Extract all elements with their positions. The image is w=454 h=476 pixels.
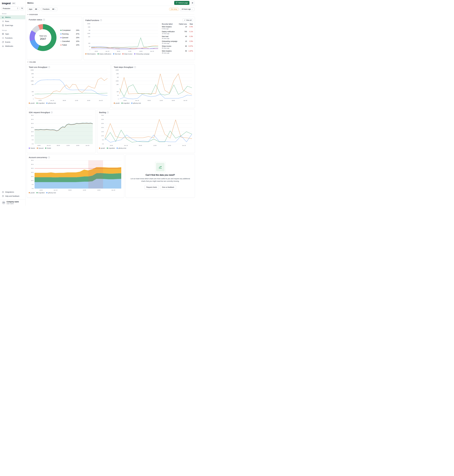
legend-item: inngestbot [37, 102, 45, 104]
svg-text:10K: 10K [116, 84, 119, 85]
legend-item: Queued [37, 147, 43, 149]
inngest-logo[interactable]: inngest [2, 2, 11, 5]
feedback-title: Can't find the data you need? [145, 174, 175, 176]
svg-text:100K: 100K [31, 80, 34, 82]
backlog-chart: 35 K30 K25 K20 K15 K10 K5 K0 K18:00Jun 1… [99, 115, 193, 146]
environment-selector[interactable]: Production [2, 7, 19, 10]
account-concurrency-card: Account concurrency ? 35 K30 K25 K20 K15… [27, 154, 124, 198]
sidebar-item-event-logs[interactable]: Event logs [0, 23, 25, 27]
feedback-card: Can't find the data you need? Let our te… [126, 154, 195, 198]
chart-illustration-icon [156, 163, 165, 171]
sidebar-item-apps[interactable]: Apps [0, 32, 25, 36]
apps-filter[interactable]: Apps All⌄ [27, 7, 40, 11]
table-row[interactable]: New lead20 mins ago400.3% [162, 36, 193, 39]
functions-filter[interactable]: Functions All⌄ [41, 7, 57, 11]
settings-button[interactable]: ⚙ [190, 1, 194, 5]
svg-text:25 K: 25 K [101, 123, 104, 124]
external-link-icon: ↗ [184, 19, 185, 21]
legend-item: New lead [113, 53, 121, 55]
svg-text:20 K: 20 K [31, 172, 34, 173]
total-runs-legend: growthinngestbotgithub-pr-bot [29, 102, 108, 104]
help-icon[interactable]: ? [48, 66, 50, 68]
legend-item: inngestbot [121, 102, 129, 104]
apps-icon [2, 33, 4, 35]
svg-text:20 K: 20 K [101, 127, 104, 128]
sidebar-item-help-and-feedback[interactable]: Help and feedback [0, 194, 25, 198]
page-title: Metrics [27, 2, 33, 4]
help-icon[interactable]: ? [51, 111, 53, 113]
view-all-button[interactable]: ↗ View all [183, 19, 193, 22]
svg-text:18:00: 18:00 [172, 100, 175, 101]
card-title: Account concurrency [29, 156, 47, 159]
total-runs-value: 2047 [40, 37, 46, 40]
svg-text:1: 1 [33, 98, 34, 100]
table-row[interactable]: Onboarding campaign22 mins ago100.5% [162, 40, 193, 44]
svg-text:10 K: 10 K [101, 135, 104, 136]
svg-text:10K: 10K [88, 36, 90, 37]
svg-text:18:00: 18:00 [95, 51, 98, 52]
collapse-caret-icon[interactable]: ▼ [27, 14, 29, 15]
environment-filter-button[interactable] [20, 7, 24, 10]
request-charts-button[interactable]: Request charts [144, 185, 159, 189]
command-k-shortcut[interactable]: ⌘ K [12, 2, 16, 4]
metrics-icon [2, 16, 4, 18]
svg-text:Jun 19: Jun 19 [135, 100, 139, 101]
table-row[interactable]: Web Analytics5 mins ago100.5% [162, 26, 193, 29]
table-row[interactable]: Deploy notification10 mins ago7000.1% [162, 31, 193, 34]
svg-text:12:00: 12:00 [67, 145, 70, 146]
svg-text:06:00: 06:00 [148, 100, 151, 101]
legend-item: Onboarding campaign [134, 53, 150, 55]
svg-text:5 K: 5 K [32, 139, 34, 140]
avatar: CN [2, 201, 5, 205]
table-row[interactable]: Web Analytics35 mins ago501.67% [162, 50, 193, 54]
status-legend-item: Queued15% [61, 37, 79, 39]
refresh-page-button[interactable]: Refresh page [174, 1, 189, 5]
card-title: Total steps throughput [114, 66, 133, 68]
svg-text:18:00: 18:00 [39, 189, 43, 191]
svg-text:18:00: 18:00 [87, 100, 90, 101]
sidebar-item-functions[interactable]: Functions [0, 36, 25, 40]
svg-text:12:00: 12:00 [128, 51, 131, 52]
svg-text:06:00: 06:00 [68, 189, 72, 191]
svg-text:100K: 100K [116, 80, 119, 82]
svg-text:30 K: 30 K [101, 119, 104, 120]
backlog-card: Backlog ? 35 K30 K25 K20 K15 K10 K5 K0 K… [97, 110, 195, 153]
total-steps-chart: 100M10M1M100K10K10010118:00Jun 1906:0012… [114, 69, 193, 102]
main-area: Metrics Refresh page ⚙ Apps All⌄ Functio… [25, 0, 196, 206]
overview-section-label: OVERVIEW [29, 14, 38, 15]
sidebar-item-webhooks[interactable]: Webhooks [0, 44, 25, 48]
help-icon[interactable]: ? [43, 19, 45, 21]
legend-item: github-pr-bot [131, 102, 141, 104]
help-icon[interactable]: ? [134, 66, 136, 68]
total-runs-throughput-card: Total runs throughput ? 100M10M1M100K10K… [27, 64, 111, 108]
legend-item: github-pr-bot [46, 192, 56, 194]
give-feedback-button[interactable]: Give us feedback [160, 185, 176, 189]
table-row[interactable]: Stripe invoice25 mins ago600.07% [162, 45, 193, 49]
sidebar-item-metrics[interactable]: Metrics [0, 15, 25, 19]
sidebar-item-runs[interactable]: Runs [0, 19, 25, 23]
svg-text:1M: 1M [32, 76, 34, 78]
sidebar-item-integrations[interactable]: Integrations [0, 190, 25, 194]
sidebar-item-events[interactable]: Events [0, 40, 25, 44]
help-icon[interactable]: ? [100, 19, 102, 21]
time-range-selector[interactable]: 24 hours ago ⌄ [180, 7, 194, 11]
svg-text:25 K: 25 K [31, 123, 34, 124]
account-menu[interactable]: CN Company name User name [0, 199, 25, 206]
app-root: inngest ⌘ K Production MonitorMetricsRun… [0, 0, 196, 206]
table-header: Recently failedFailed runsRate [162, 23, 193, 25]
environment-value: Production [3, 7, 10, 9]
collapse-caret-icon[interactable]: ▼ [27, 61, 29, 63]
svg-text:15 K: 15 K [31, 131, 34, 132]
svg-text:0 K: 0 K [102, 143, 104, 145]
legend-item: inngestbot [107, 147, 115, 149]
status-legend-item: Completed24% [61, 29, 79, 31]
svg-text:Jun 19: Jun 19 [47, 145, 51, 146]
volume-section-label: VOLUME [29, 61, 36, 63]
chevron-down-icon: ⌄ [38, 8, 39, 10]
svg-text:18:00: 18:00 [76, 145, 79, 146]
help-icon[interactable]: ? [48, 156, 50, 158]
card-title: Function status [29, 19, 42, 21]
help-icon[interactable]: ? [107, 111, 109, 113]
svg-text:Jun 20: Jun 20 [183, 100, 187, 101]
svg-text:30 K: 30 K [31, 164, 34, 165]
